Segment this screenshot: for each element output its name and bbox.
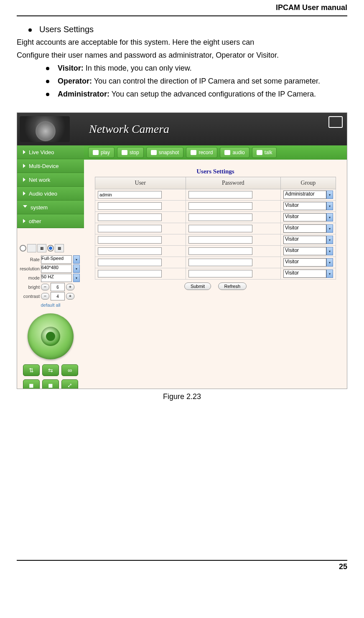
- nav-system[interactable]: system: [17, 201, 84, 214]
- group-select[interactable]: Administrator: [283, 191, 326, 199]
- users-table: User Password Group Administrator▾Visito…: [95, 177, 336, 280]
- user-input[interactable]: [98, 236, 162, 244]
- contrast-plus-button[interactable]: +: [66, 293, 74, 300]
- view-1x1-icon[interactable]: [27, 244, 36, 252]
- nav-other[interactable]: other: [17, 214, 84, 228]
- bullet-operator: Operator: You can control the direction …: [46, 76, 347, 87]
- group-select[interactable]: Visitor: [283, 247, 326, 255]
- password-input[interactable]: [188, 236, 252, 244]
- user-input[interactable]: [98, 214, 162, 221]
- dropdown-icon[interactable]: ▾: [326, 191, 333, 199]
- dropdown-icon[interactable]: ▾: [326, 270, 333, 278]
- play-icon: [93, 150, 99, 155]
- user-input[interactable]: [98, 225, 162, 232]
- bullet-visitor: Visitor: In this mode, you can only view…: [46, 63, 347, 74]
- dropdown-icon[interactable]: ▾: [73, 255, 80, 264]
- view-mode-radio-1[interactable]: [20, 245, 26, 252]
- user-input[interactable]: [98, 247, 162, 255]
- rate-select[interactable]: Full-Speed: [41, 255, 72, 264]
- view-mode-radio-2[interactable]: [47, 245, 54, 252]
- dropdown-icon[interactable]: ▾: [326, 247, 333, 255]
- bright-plus-button[interactable]: +: [66, 284, 74, 290]
- stop-button[interactable]: stop: [117, 147, 144, 158]
- nav-multi-device[interactable]: Multi-Device: [17, 159, 84, 173]
- group-select[interactable]: Visitor: [283, 224, 326, 233]
- talk-button[interactable]: talk: [252, 147, 277, 158]
- figure-caption: Figure 2.23: [17, 392, 347, 401]
- chevron-right-icon: [23, 164, 25, 168]
- user-input[interactable]: [98, 259, 162, 266]
- section-title-text: Users Settings: [39, 25, 94, 34]
- ptz-btn-2[interactable]: ⇆: [42, 364, 59, 376]
- dropdown-icon[interactable]: ▾: [73, 274, 80, 282]
- ptz-btn-3[interactable]: ∞: [61, 364, 78, 376]
- side-nav: Live Video Multi-Device Net work Audio v…: [17, 145, 84, 228]
- nav-audio-video[interactable]: Audio video: [17, 187, 84, 201]
- user-input[interactable]: [98, 202, 162, 210]
- dropdown-icon[interactable]: ▾: [326, 224, 333, 233]
- col-group: Group: [280, 177, 336, 189]
- password-input[interactable]: [188, 225, 252, 232]
- intro-line-2: Configure their user names and password …: [17, 50, 347, 61]
- contrast-input[interactable]: [51, 292, 65, 300]
- group-select[interactable]: Visitor: [283, 236, 326, 244]
- chevron-down-icon: [23, 205, 27, 210]
- user-input[interactable]: [98, 270, 162, 277]
- table-row: Administrator▾: [95, 189, 336, 201]
- dropdown-icon[interactable]: ▾: [73, 264, 80, 273]
- password-input[interactable]: [188, 202, 252, 210]
- col-user: User: [95, 177, 186, 189]
- refresh-button[interactable]: Refresh: [218, 282, 247, 290]
- chevron-right-icon: [23, 150, 25, 154]
- default-all-link[interactable]: default all: [17, 301, 84, 309]
- dropdown-icon[interactable]: ▾: [326, 258, 333, 267]
- camera-thumbnail: [20, 116, 70, 142]
- user-input[interactable]: [98, 191, 162, 198]
- dropdown-icon[interactable]: ▾: [326, 236, 333, 244]
- resolution-select[interactable]: 640*480: [41, 264, 72, 273]
- role-bullet-list: Visitor: In this mode, you can only view…: [46, 63, 347, 100]
- table-row: Visitor▾: [95, 257, 336, 268]
- group-select[interactable]: Visitor: [283, 202, 326, 210]
- ptz-btn-6[interactable]: ⤢: [61, 379, 78, 389]
- ptz-btn-1[interactable]: ⇅: [23, 364, 40, 376]
- ui-screenshot: Network Ca Network Ca Network Ca Network…: [17, 112, 347, 389]
- audio-button[interactable]: audio: [220, 147, 249, 158]
- bright-minus-button[interactable]: −: [41, 284, 49, 290]
- ptz-btn-4[interactable]: ◼: [23, 379, 40, 389]
- view-2x2-icon[interactable]: ▦: [37, 244, 46, 252]
- bright-input[interactable]: [51, 283, 65, 291]
- table-row: Visitor▾: [95, 201, 336, 212]
- mode-select[interactable]: 50 HZ: [41, 274, 72, 282]
- contrast-minus-button[interactable]: −: [41, 293, 49, 300]
- page-number: 25: [17, 560, 347, 571]
- talk-icon: [257, 150, 262, 155]
- group-select[interactable]: Visitor: [283, 258, 326, 267]
- group-select[interactable]: Visitor: [283, 270, 326, 278]
- left-controls: ▦ ▦ Rate Full-Speed▾ resolution 640*480▾…: [17, 242, 84, 389]
- nav-live-video[interactable]: Live Video: [17, 145, 84, 159]
- play-button[interactable]: play: [88, 147, 115, 158]
- chevron-right-icon: [23, 178, 25, 182]
- password-input[interactable]: [188, 259, 252, 266]
- record-button[interactable]: record: [186, 147, 217, 158]
- password-input[interactable]: [188, 247, 252, 255]
- view-3x3-icon[interactable]: ▦: [55, 244, 64, 252]
- submit-button[interactable]: Submit: [184, 282, 211, 290]
- section-title: Users Settings: [28, 25, 347, 34]
- password-input[interactable]: [188, 214, 252, 221]
- password-input[interactable]: [188, 270, 252, 277]
- nav-network[interactable]: Net work: [17, 173, 84, 187]
- dropdown-icon[interactable]: ▾: [326, 202, 333, 210]
- snapshot-icon: [151, 150, 157, 155]
- dropdown-icon[interactable]: ▾: [326, 213, 333, 221]
- record-icon: [191, 150, 196, 155]
- password-input[interactable]: [188, 191, 252, 198]
- ptz-dial[interactable]: [28, 313, 74, 359]
- snapshot-button[interactable]: snapshot: [146, 147, 184, 158]
- table-row: Visitor▾: [95, 268, 336, 280]
- ptz-btn-5[interactable]: ◼: [42, 379, 59, 389]
- group-select[interactable]: Visitor: [283, 213, 326, 221]
- fullscreen-icon[interactable]: [328, 116, 343, 128]
- audio-icon: [224, 150, 230, 155]
